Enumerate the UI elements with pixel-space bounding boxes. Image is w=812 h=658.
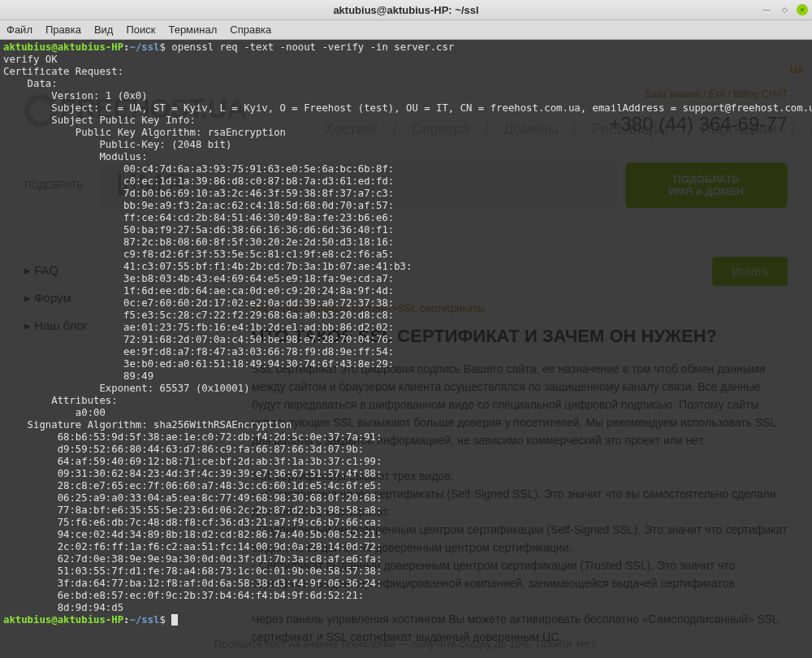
command-output: verify OK Certificate Request: Data: Ver… — [3, 54, 812, 613]
maximize-button[interactable]: ◇ — [779, 4, 790, 15]
window-title: aktubius@aktubius-HP: ~/ssl — [333, 4, 478, 16]
prompt-user: aktubius@aktubius-HP — [3, 41, 123, 53]
menu-search[interactable]: Поиск — [126, 24, 155, 36]
terminal-output[interactable]: aktubius@aktubius-HP:~/ssl$ openssl req … — [0, 40, 812, 658]
menu-view[interactable]: Вид — [94, 24, 114, 36]
minimize-button[interactable]: — — [761, 4, 772, 15]
menu-file[interactable]: Файл — [6, 24, 32, 36]
prompt-user-2: aktubius@aktubius-HP — [3, 614, 123, 626]
prompt-path-2: ~/ssl — [129, 614, 159, 626]
prompt-path: ~/ssl — [129, 41, 159, 53]
close-button[interactable]: × — [797, 4, 808, 15]
menubar: Файл Правка Вид Поиск Терминал Справка — [0, 20, 812, 40]
terminal-cursor — [171, 614, 178, 626]
menu-terminal[interactable]: Терминал — [168, 24, 217, 36]
command-text: openssl req -text -noout -verify -in ser… — [171, 41, 454, 53]
window-titlebar: aktubius@aktubius-HP: ~/ssl — ◇ × — [0, 0, 812, 20]
menu-help[interactable]: Справка — [230, 24, 271, 36]
menu-edit[interactable]: Правка — [45, 24, 81, 36]
